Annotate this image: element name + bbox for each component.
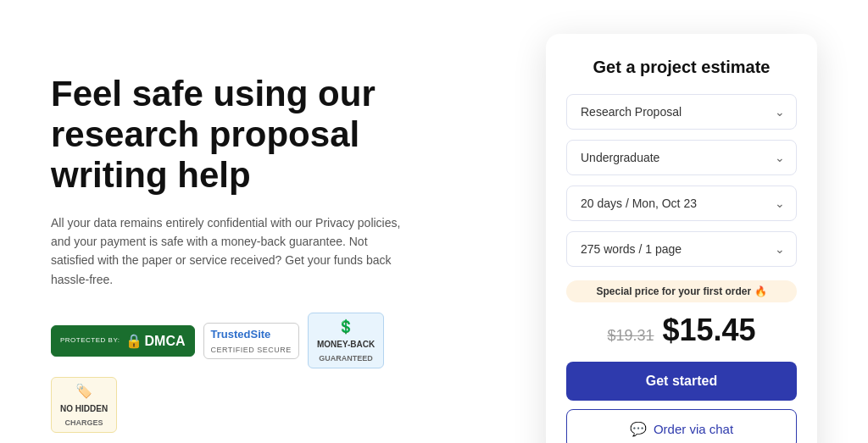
- special-price-text: Special price for your first order 🔥: [596, 285, 766, 297]
- deadline-wrapper: 20 days / Mon, Oct 23 14 days 7 days 3 d…: [566, 186, 797, 221]
- left-side: Feel safe using our research proposal wr…: [51, 74, 458, 433]
- page-wrapper: Feel safe using our research proposal wr…: [0, 0, 868, 443]
- pages-wrapper: 275 words / 1 page 550 words / 2 pages 8…: [566, 231, 797, 267]
- dmca-name: DMCA: [145, 333, 186, 349]
- dmca-badge: PROTECTED BY: 🔒 DMCA: [51, 325, 195, 357]
- trusted-badge: TrustedSite CERTIFIED SECURE: [203, 323, 299, 359]
- dmca-protected-label: PROTECTED BY:: [60, 336, 120, 345]
- original-price: $19.31: [607, 327, 654, 345]
- pages-select[interactable]: 275 words / 1 page 550 words / 2 pages 8…: [566, 231, 797, 267]
- current-price: $15.45: [662, 313, 755, 348]
- money-back-badge: 💲 MONEY-BACK GUARANTEED: [308, 313, 384, 368]
- money-back-sub: GUARANTEED: [319, 354, 373, 363]
- paper-type-wrapper: Research Proposal Essay Dissertation Ter…: [566, 94, 797, 130]
- order-chat-label: Order via chat: [654, 422, 733, 436]
- dmca-lock-icon: 🔒: [125, 333, 142, 349]
- no-hidden-title: NO HIDDEN: [60, 404, 108, 413]
- estimate-card: Get a project estimate Research Proposal…: [546, 34, 817, 443]
- hidden-icon: 🏷️: [75, 383, 92, 399]
- card-title: Get a project estimate: [566, 58, 797, 77]
- special-price-badge: Special price for your first order 🔥: [566, 280, 797, 302]
- no-hidden-sub: CHARGES: [65, 418, 103, 427]
- main-heading: Feel safe using our research proposal wr…: [51, 74, 458, 197]
- sub-text: All your data remains entirely confident…: [51, 213, 407, 290]
- price-row: $19.31 $15.45: [566, 313, 797, 348]
- trusted-top: TrustedSite: [211, 328, 271, 341]
- academic-level-select[interactable]: Undergraduate High School Master's PhD: [566, 140, 797, 175]
- deadline-select[interactable]: 20 days / Mon, Oct 23 14 days 7 days 3 d…: [566, 186, 797, 221]
- chat-icon: 💬: [630, 421, 647, 437]
- money-icon: 💲: [337, 318, 354, 335]
- badges-row: PROTECTED BY: 🔒 DMCA TrustedSite CERTIFI…: [51, 313, 458, 433]
- get-started-button[interactable]: Get started: [566, 362, 797, 401]
- dmca-main: 🔒 DMCA: [125, 333, 186, 349]
- order-chat-button[interactable]: 💬 Order via chat: [566, 409, 797, 443]
- trusted-bottom: CERTIFIED SECURE: [211, 346, 292, 354]
- paper-type-select[interactable]: Research Proposal Essay Dissertation Ter…: [566, 94, 797, 130]
- academic-level-wrapper: Undergraduate High School Master's PhD ⌄: [566, 140, 797, 175]
- money-back-title: MONEY-BACK: [317, 340, 375, 349]
- no-hidden-badge: 🏷️ NO HIDDEN CHARGES: [51, 377, 117, 433]
